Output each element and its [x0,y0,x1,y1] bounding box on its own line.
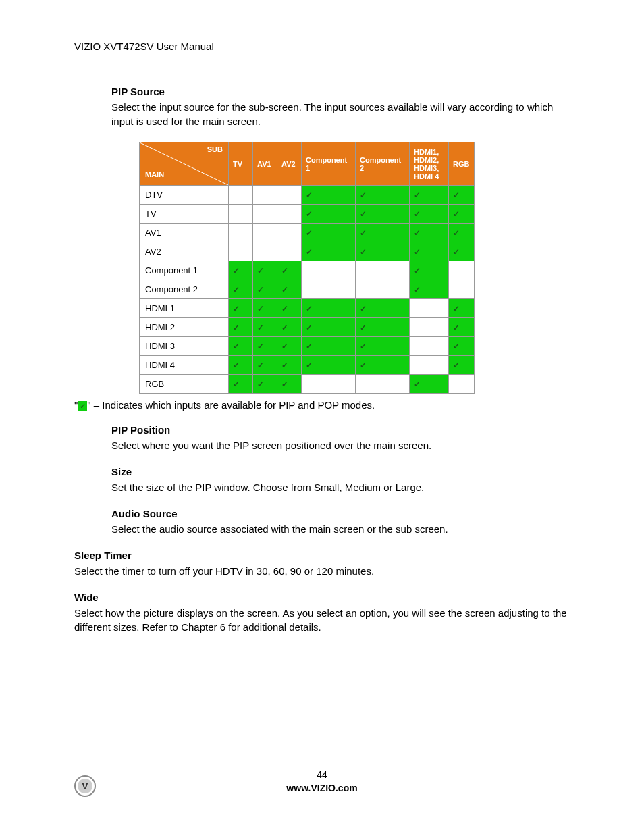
check-icon: ✓ [233,285,240,294]
compat-cell: ✓ [410,280,449,299]
pip-compat-table: SUB MAIN TV AV1 AV2 Component 1 Componen… [139,142,475,394]
col-tv: TV [229,142,253,186]
compat-cell: ✓ [410,186,449,205]
check-icon: ✓ [414,285,421,294]
check-icon: ✓ [257,304,264,313]
footer-url: www.VIZIO.com [0,783,644,793]
check-icon: ✓ [281,304,288,313]
table-legend: "✓" – Indicates which inputs are availab… [74,398,570,412]
check-icon: ✓ [360,342,367,351]
check-icon: ✓ [360,209,367,219]
col-av1: AV1 [253,142,277,186]
compat-cell [277,186,302,205]
compat-cell: ✓ [302,205,356,224]
check-icon: ✓ [414,380,421,389]
legend-text: " – Indicates which inputs are available… [87,399,375,411]
compat-cell: ✓ [253,318,277,337]
check-icon: ✓ [281,342,288,351]
check-icon: ✓ [281,380,288,389]
check-icon: ✓ [360,304,367,313]
compat-cell: ✓ [356,242,410,261]
row-label: AV1 [140,224,229,242]
col-hdmi: HDMI1, HDMI2, HDMI3, HDMI 4 [410,142,449,186]
compat-cell [410,337,449,356]
wide-heading: Wide [74,592,570,603]
compat-cell: ✓ [277,299,302,318]
table-row: HDMI 4✓✓✓✓✓✓ [140,356,475,375]
check-icon: ✓ [453,190,460,200]
check-icon: ✓ [414,209,421,219]
compat-cell: ✓ [449,242,475,261]
check-icon: ✓ [414,228,421,238]
compat-cell [277,205,302,224]
table-row: Component 2✓✓✓✓ [140,280,475,299]
compat-cell: ✓ [253,299,277,318]
check-icon: ✓ [453,247,460,257]
compat-cell: ✓ [410,375,449,394]
compat-cell: ✓ [449,318,475,337]
compat-cell [302,375,356,394]
compat-cell: ✓ [449,205,475,224]
check-icon: ✓ [453,323,460,332]
compat-cell [356,280,410,299]
sleep-timer-heading: Sleep Timer [74,550,570,561]
check-icon: ✓ [414,190,421,200]
col-component1: Component 1 [302,142,356,186]
compat-cell: ✓ [229,375,253,394]
audio-source-heading: Audio Source [111,508,570,519]
compat-cell: ✓ [302,242,356,261]
corner-main-label: MAIN [145,170,164,178]
compat-cell: ✓ [356,356,410,375]
row-label: HDMI 1 [140,299,229,318]
pip-position-heading: PIP Position [111,424,570,436]
compat-cell: ✓ [410,224,449,242]
compat-cell: ✓ [449,337,475,356]
compat-cell [449,375,475,394]
compat-cell: ✓ [410,261,449,280]
compat-cell: ✓ [449,356,475,375]
check-icon: ✓ [414,247,421,257]
compat-cell [253,224,277,242]
check-icon: ✓ [257,285,264,294]
compat-cell [302,261,356,280]
check-icon: ✓ [453,361,460,370]
row-label: TV [140,205,229,224]
compat-cell [229,205,253,224]
row-label: HDMI 3 [140,337,229,356]
compat-cell [449,280,475,299]
check-icon: ✓ [453,209,460,219]
compat-cell: ✓ [410,242,449,261]
check-icon: ✓ [233,361,240,370]
check-icon: ✓ [306,190,313,200]
compat-cell: ✓ [302,299,356,318]
page-footer: 44 www.VIZIO.com [0,769,644,793]
check-icon: ✓ [257,323,264,332]
check-icon: ✓ [233,380,240,389]
compat-cell: ✓ [356,205,410,224]
corner-cell: SUB MAIN [140,142,229,186]
compat-cell [253,242,277,261]
check-icon: ✓ [233,342,240,351]
check-icon: ✓ [360,323,367,332]
table-row: AV1✓✓✓✓ [140,224,475,242]
check-icon: ✓ [306,247,313,257]
col-rgb: RGB [449,142,475,186]
table-row: HDMI 2✓✓✓✓✓✓ [140,318,475,337]
check-icon: ✓ [453,228,460,238]
check-icon: ✓ [233,266,240,276]
check-icon: ✓ [281,285,288,294]
check-icon: ✓ [414,266,421,276]
check-icon: ✓ [281,361,288,370]
corner-sub-label: SUB [207,145,223,153]
compat-cell [229,224,253,242]
size-heading: Size [111,466,570,477]
row-label: Component 2 [140,280,229,299]
check-icon: ✓ [78,401,87,411]
table-row: HDMI 1✓✓✓✓✓✓ [140,299,475,318]
compat-cell [229,186,253,205]
compat-cell: ✓ [277,337,302,356]
wide-body: Select how the picture displays on the s… [74,606,570,634]
compat-cell: ✓ [229,318,253,337]
check-icon: ✓ [306,361,313,370]
row-label: HDMI 4 [140,356,229,375]
